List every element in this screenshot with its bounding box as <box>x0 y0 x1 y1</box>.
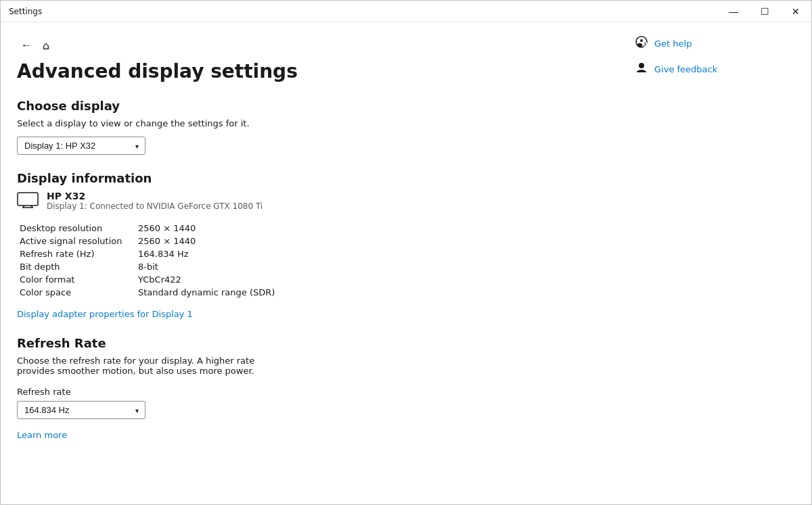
get-help-link[interactable]: Get help <box>654 39 692 49</box>
choose-display-title: Choose display <box>17 99 606 113</box>
display-info-table: Desktop resolution 2560 × 1440 Active si… <box>20 222 606 299</box>
info-label-bit-depth: Bit depth <box>20 262 138 272</box>
monitor-icon <box>17 192 39 211</box>
get-help-icon <box>635 36 648 51</box>
svg-point-7 <box>639 63 644 68</box>
sidebar: Get help Give feedback <box>622 22 811 504</box>
info-label-active-signal: Active signal resolution <box>20 236 138 246</box>
give-feedback-icon <box>635 62 648 76</box>
info-value-color-format: YCbCr422 <box>138 274 181 285</box>
info-value-desktop-resolution: 2560 × 1440 <box>138 223 196 233</box>
adapter-properties-link[interactable]: Display adapter properties for Display 1 <box>17 309 193 319</box>
learn-more-link[interactable]: Learn more <box>17 430 606 440</box>
display-info-header: HP X32 Display 1: Connected to NVIDIA Ge… <box>17 191 606 211</box>
give-feedback-link[interactable]: Give feedback <box>654 64 717 74</box>
info-value-color-space: Standard dynamic range (SDR) <box>138 287 275 297</box>
back-button[interactable]: ← <box>17 36 36 55</box>
display-name: HP X32 <box>47 191 263 201</box>
home-icon: ⌂ <box>43 39 49 52</box>
refresh-rate-dropdown-container: 164.834 Hz120 Hz60 Hz ▾ <box>17 401 145 419</box>
refresh-rate-section: Refresh Rate Choose the refresh rate for… <box>17 336 606 440</box>
info-row-active-signal: Active signal resolution 2560 × 1440 <box>20 235 606 247</box>
refresh-rate-label: Refresh rate <box>17 387 606 397</box>
title-bar: Settings — ☐ ✕ <box>1 1 811 22</box>
title-bar-controls: — ☐ ✕ <box>718 1 811 22</box>
info-row-color-space: Color space Standard dynamic range (SDR) <box>20 286 606 299</box>
content-area: ← ⌂ Advanced display settings Choose dis… <box>1 22 811 504</box>
sidebar-item-give-feedback[interactable]: Give feedback <box>635 59 798 79</box>
info-label-desktop-resolution: Desktop resolution <box>20 223 138 233</box>
minimize-button[interactable]: — <box>718 1 749 22</box>
info-value-refresh-rate: 164.834 Hz <box>138 249 189 259</box>
refresh-rate-description: Choose the refresh rate for your display… <box>17 356 274 376</box>
page-title: Advanced display settings <box>17 60 606 82</box>
svg-rect-0 <box>18 193 38 206</box>
refresh-rate-title: Refresh Rate <box>17 336 606 350</box>
display-connection: Display 1: Connected to NVIDIA GeForce G… <box>47 201 263 211</box>
info-label-color-space: Color space <box>20 287 138 297</box>
info-label-color-format: Color format <box>20 274 138 285</box>
window-title: Settings <box>9 7 42 16</box>
info-value-active-signal: 2560 × 1440 <box>138 236 196 246</box>
display-name-container: HP X32 Display 1: Connected to NVIDIA Ge… <box>47 191 263 211</box>
display-dropdown-container: Display 1: HP X32 ▾ <box>17 137 145 155</box>
info-row-refresh-rate: Refresh rate (Hz) 164.834 Hz <box>20 247 606 260</box>
info-row-bit-depth: Bit depth 8-bit <box>20 260 606 273</box>
info-row-desktop-resolution: Desktop resolution 2560 × 1440 <box>20 222 606 235</box>
maximize-button[interactable]: ☐ <box>749 1 780 22</box>
info-value-bit-depth: 8-bit <box>138 262 158 272</box>
main-content: ← ⌂ Advanced display settings Choose dis… <box>1 22 622 504</box>
close-button[interactable]: ✕ <box>780 1 811 22</box>
sidebar-item-get-help[interactable]: Get help <box>635 33 798 53</box>
svg-point-6 <box>640 39 643 42</box>
choose-display-subtitle: Select a display to view or change the s… <box>17 118 606 128</box>
display-dropdown[interactable]: Display 1: HP X32 <box>17 137 145 155</box>
info-row-color-format: Color format YCbCr422 <box>20 273 606 286</box>
refresh-rate-dropdown[interactable]: 164.834 Hz120 Hz60 Hz <box>17 401 145 419</box>
display-info-title: Display information <box>17 171 606 185</box>
back-header: ← ⌂ <box>17 36 606 55</box>
display-information-section: Display information HP X32 Display 1: C <box>17 171 606 320</box>
info-label-refresh-rate: Refresh rate (Hz) <box>20 249 138 259</box>
title-bar-left: Settings <box>9 7 42 16</box>
